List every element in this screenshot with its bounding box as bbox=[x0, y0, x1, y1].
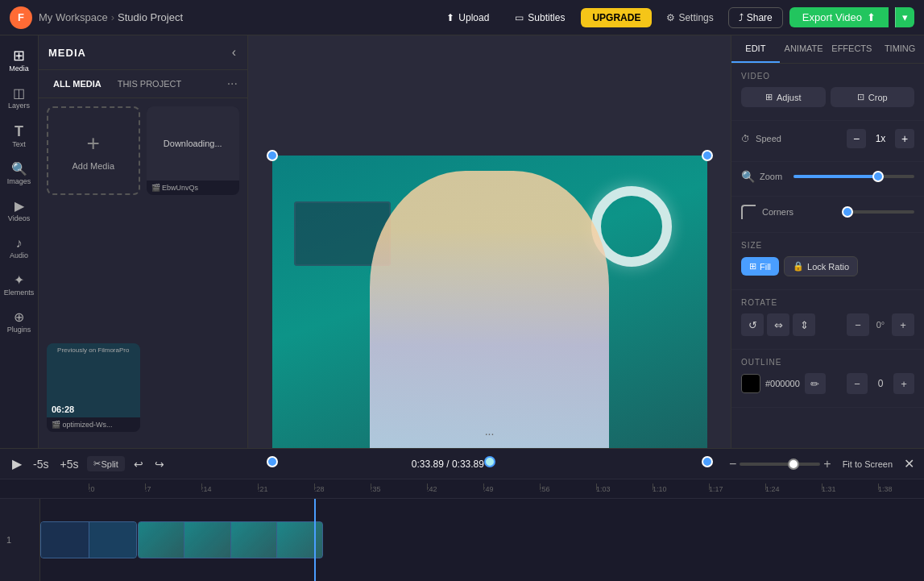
sidebar-item-elements[interactable]: ✦ Elements bbox=[2, 268, 37, 303]
tab-all-media[interactable]: ALL MEDIA bbox=[48, 77, 106, 91]
undo-button[interactable]: ↩ bbox=[131, 455, 146, 473]
split-button[interactable]: ✂ Split bbox=[87, 456, 124, 471]
corners-slider[interactable] bbox=[842, 210, 915, 214]
media-more-icon[interactable]: ··· bbox=[227, 77, 238, 91]
subtitles-icon: ▭ bbox=[515, 12, 524, 23]
sidebar-item-label: Elements bbox=[4, 288, 35, 297]
crop-button[interactable]: ⊡ Crop bbox=[831, 87, 915, 107]
timeline-zoom-slider[interactable] bbox=[740, 463, 820, 466]
rotate-ccw-button[interactable]: ↺ bbox=[741, 313, 764, 336]
images-icon: 🔍 bbox=[11, 163, 27, 176]
timeline-controls: ▶ -5s +5s ✂ Split ↩ ↪ 0:33.89 / 0:33.89 … bbox=[0, 449, 924, 479]
speed-increase-button[interactable]: + bbox=[895, 129, 914, 148]
list-item[interactable]: Previously on FilmoraPro 06:28 🎬 optimiz… bbox=[47, 343, 140, 432]
resize-handle-top-right[interactable] bbox=[702, 150, 713, 161]
outline-eyedropper-button[interactable]: ✏ bbox=[805, 373, 826, 394]
clip-segment[interactable] bbox=[138, 521, 323, 558]
play-button[interactable]: ▶ bbox=[10, 454, 24, 474]
project-name[interactable]: Studio Project bbox=[118, 11, 183, 23]
timeline-ruler: :0 :7 :14 :21 :28 :35 :42 :49 :56 1:03 1… bbox=[0, 479, 924, 499]
rewind-button[interactable]: -5s bbox=[31, 455, 51, 473]
tab-effects[interactable]: EFFECTS bbox=[828, 35, 876, 63]
sidebar-item-layers[interactable]: ◫ Layers bbox=[2, 81, 37, 116]
zoom-controls: − + bbox=[729, 457, 831, 471]
corners-slider-thumb[interactable] bbox=[842, 206, 853, 218]
list-item[interactable]: Downloading... 🎬 EbwUnvQs bbox=[147, 106, 240, 195]
resize-handle-top-left[interactable] bbox=[267, 150, 278, 161]
size-buttons: ⊞ Fill 🔒 Lock Ratio bbox=[741, 256, 914, 276]
canvas-container[interactable] bbox=[272, 156, 707, 462]
timeline-zoom-thumb[interactable] bbox=[788, 459, 799, 470]
media-tabs: ALL MEDIA THIS PROJECT ··· bbox=[39, 70, 247, 98]
ruler-mark: :7 bbox=[145, 485, 201, 493]
export-button[interactable]: Export Video ⬆ bbox=[789, 7, 889, 27]
sidebar-item-audio[interactable]: ♪ Audio bbox=[2, 230, 37, 266]
zoom-in-button[interactable]: + bbox=[823, 457, 831, 471]
sidebar-item-videos[interactable]: ▶ Videos bbox=[2, 193, 37, 229]
zoom-label: Zoom bbox=[760, 172, 782, 181]
settings-button[interactable]: ⚙ Settings bbox=[658, 8, 721, 27]
upload-button[interactable]: ⬆ Upload bbox=[437, 8, 499, 27]
audio-icon: ♪ bbox=[16, 237, 23, 250]
lock-icon: 🔒 bbox=[793, 261, 804, 272]
speed-row: ⏱ Speed − 1x + bbox=[741, 129, 914, 148]
outline-row: #000000 ✏ − 0 + bbox=[741, 373, 914, 394]
corners-section: Corners bbox=[731, 197, 924, 233]
tab-this-project[interactable]: THIS PROJECT bbox=[113, 77, 186, 91]
export-dropdown-button[interactable]: ▾ bbox=[895, 7, 914, 27]
workspace-name[interactable]: My Workspace bbox=[39, 11, 108, 23]
speed-icon: ⏱ bbox=[741, 134, 750, 143]
ruler-mark: :56 bbox=[540, 485, 596, 493]
playhead[interactable] bbox=[314, 499, 316, 581]
video-thumbnail: Previously on FilmoraPro 06:28 bbox=[47, 343, 140, 417]
timeline-close-button[interactable]: ✕ bbox=[904, 456, 914, 471]
outline-minus-button[interactable]: − bbox=[847, 373, 868, 394]
outline-plus-button[interactable]: + bbox=[893, 373, 914, 394]
sidebar-item-media[interactable]: ⊞ Media bbox=[2, 42, 37, 79]
zoom-slider[interactable] bbox=[793, 175, 914, 178]
size-section-title: SIZE bbox=[741, 241, 914, 250]
downloading-status: Downloading... bbox=[164, 139, 222, 148]
flip-vertical-button[interactable]: ⇕ bbox=[793, 313, 815, 336]
redo-button[interactable]: ↪ bbox=[152, 455, 167, 473]
resize-handle-bottom-center[interactable] bbox=[484, 456, 495, 467]
lock-ratio-button[interactable]: 🔒 Lock Ratio bbox=[784, 256, 858, 276]
upgrade-button[interactable]: UPGRADE bbox=[581, 8, 652, 27]
fit-to-screen-button[interactable]: Fit to Screen bbox=[838, 457, 897, 471]
plugins-icon: ⊕ bbox=[14, 311, 24, 324]
zoom-slider-thumb[interactable] bbox=[872, 171, 884, 182]
sidebar-item-images[interactable]: 🔍 Images bbox=[2, 156, 37, 192]
media-panel-close-button[interactable]: ‹ bbox=[230, 44, 238, 61]
size-section: SIZE ⊞ Fill 🔒 Lock Ratio bbox=[731, 233, 924, 290]
resize-handle-bottom-right[interactable] bbox=[702, 456, 713, 467]
clip-segment[interactable] bbox=[40, 521, 137, 558]
speed-decrease-button[interactable]: − bbox=[847, 129, 866, 148]
tab-edit[interactable]: EDIT bbox=[731, 35, 780, 63]
sidebar-item-plugins[interactable]: ⊕ Plugins bbox=[2, 305, 37, 340]
share-button[interactable]: ⤴ Share bbox=[728, 7, 783, 28]
timeline-tracks: 1 bbox=[0, 499, 924, 581]
sidebar-item-label: Text bbox=[12, 140, 26, 148]
app-logo: F bbox=[10, 6, 32, 29]
forward-button[interactable]: +5s bbox=[57, 455, 81, 473]
add-media-button[interactable]: + Add Media bbox=[47, 106, 140, 195]
sidebar-item-label: Media bbox=[9, 64, 29, 73]
rotate-plus-button[interactable]: + bbox=[892, 313, 914, 336]
fill-button[interactable]: ⊞ Fill bbox=[741, 257, 779, 276]
corners-row: Corners bbox=[741, 205, 914, 219]
flip-horizontal-button[interactable]: ⇔ bbox=[767, 313, 789, 336]
tab-animate[interactable]: ANIMATE bbox=[780, 35, 828, 63]
rotate-minus-button[interactable]: − bbox=[847, 313, 869, 336]
tab-timing[interactable]: TIMING bbox=[876, 35, 924, 63]
ruler-mark: :28 bbox=[314, 485, 371, 493]
timeline-drag-handle[interactable]: ··· bbox=[485, 427, 495, 440]
clip-thumbnail bbox=[139, 522, 322, 558]
adjust-button[interactable]: ⊞ Adjust bbox=[741, 87, 826, 107]
filmora-watermark: Previously on FilmoraPro bbox=[47, 347, 140, 354]
outline-color-picker[interactable] bbox=[741, 374, 760, 393]
chevron-down-icon: ▾ bbox=[902, 11, 908, 23]
zoom-out-button[interactable]: − bbox=[729, 457, 736, 471]
sidebar-item-text[interactable]: T Text bbox=[2, 118, 37, 155]
resize-handle-bottom-left[interactable] bbox=[267, 456, 278, 467]
subtitles-button[interactable]: ▭ Subtitles bbox=[505, 8, 574, 27]
